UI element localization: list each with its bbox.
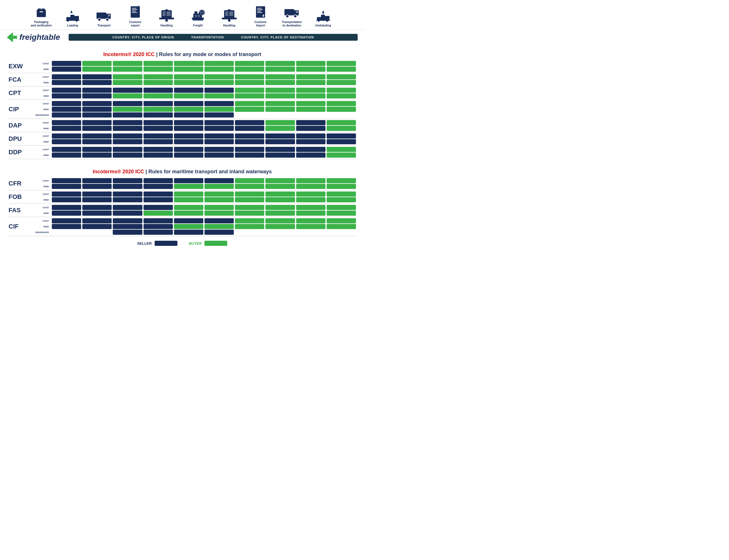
- cell-cfr-r0-c9: [326, 178, 356, 183]
- cell-fca-r0-c0: [52, 74, 81, 79]
- incoterm-code-cpt: CPT: [9, 89, 31, 97]
- cell-cip-r0-c9: [326, 101, 356, 106]
- cell-cpt-r0-c2: [113, 88, 142, 93]
- cell-cip-r0-c8: [296, 101, 325, 106]
- cell-cif-r1-c3: [143, 224, 173, 229]
- cell-exw-r1-c6: [235, 67, 264, 72]
- incoterm-row-dpu: DPUCOSTRISK: [9, 132, 356, 146]
- cell-ddp-r0-c4: [174, 147, 203, 152]
- section2-title-red: Incoterms® 2020 ICC: [93, 169, 144, 174]
- cell-cip-r2-c1: [82, 112, 112, 118]
- svg-rect-6: [74, 16, 79, 20]
- incoterm-row-exw: EXWCOSTRISK: [9, 60, 356, 73]
- cell-cif-r0-c4: [174, 218, 203, 223]
- cell-exw-r0-c9: [326, 61, 356, 66]
- cell-ddp-r1-c3: [143, 153, 173, 158]
- cell-cfr-r1-c7: [265, 184, 295, 189]
- main-content: Incoterms® 2020 ICC | Rules for any mode…: [0, 45, 364, 252]
- cell-dpu-r1-c1: [82, 139, 112, 144]
- svg-marker-29: [164, 9, 169, 10]
- cell-cpt-r1-c0: [52, 93, 81, 98]
- route-transport: TRANSPORTATION: [191, 36, 224, 39]
- cell-fca-r1-c3: [143, 80, 173, 85]
- cells-row-dap-1: [52, 126, 356, 131]
- cell-cip-r2-c6: [235, 112, 264, 118]
- cell-cfr-r1-c0: [52, 184, 81, 189]
- incoterm-row-ddp: DDPCOSTRISK: [9, 146, 356, 159]
- cell-fob-r0-c0: [52, 192, 81, 197]
- section2-title: Incoterms® 2020 ICC | Rules for maritime…: [9, 169, 356, 175]
- cell-cip-r2-c5: [204, 112, 234, 118]
- cell-fas-r1-c3: [143, 211, 173, 216]
- cell-dap-r0-c1: [82, 120, 112, 125]
- svg-rect-11: [96, 13, 106, 19]
- route-bar: COUNTRY, CITY, PLACE OF ORIGIN TRANSPORT…: [69, 34, 358, 41]
- cell-cif-r2-c0: [52, 230, 81, 235]
- cell-cpt-r0-c5: [204, 88, 234, 93]
- row-label-ddp-1: RISK: [31, 154, 51, 157]
- cell-cif-r1-c5: [204, 224, 234, 229]
- cell-cpt-r0-c9: [326, 88, 356, 93]
- cell-fob-r0-c1: [82, 192, 112, 197]
- packaging-icon: [34, 5, 49, 19]
- cells-row-cif-2: [52, 230, 356, 235]
- loading-icon: [65, 9, 80, 22]
- incoterm-stack-dpu: COSTRISK: [31, 133, 356, 144]
- section1-table: EXWCOSTRISKFCACOSTRISKCPTCOSTRISKCIPCOST…: [9, 60, 356, 159]
- svg-rect-51: [257, 12, 262, 13]
- cell-cif-r0-c9: [326, 218, 356, 223]
- cell-dap-r1-c4: [174, 126, 203, 131]
- cell-ddp-r1-c5: [204, 153, 234, 158]
- row-label-cpt-1: RISK: [31, 95, 51, 97]
- incoterm-row-cfr: CFRCOSTRISK: [9, 177, 356, 190]
- cell-cif-r0-c8: [296, 218, 325, 223]
- incoterm-code-fca: FCA: [9, 76, 31, 83]
- svg-point-14: [98, 18, 101, 21]
- cell-fca-r0-c4: [174, 74, 203, 79]
- cost-risk-row-ddp-1: RISK: [31, 153, 356, 158]
- row-label-cif-2: INSURANCE: [31, 231, 51, 234]
- cell-dap-r1-c9: [326, 126, 356, 131]
- cell-cif-r0-c1: [82, 218, 112, 223]
- row-label-dap-0: COST: [31, 122, 51, 124]
- cell-dpu-r0-c0: [52, 133, 81, 139]
- cell-cif-r1-c6: [235, 224, 264, 229]
- cell-cip-r1-c7: [265, 107, 295, 112]
- cell-cpt-r0-c0: [52, 88, 81, 93]
- svg-rect-44: [229, 11, 233, 16]
- incoterm-row-dap: DAPCOSTRISK: [9, 119, 356, 132]
- cell-cif-r2-c1: [82, 230, 112, 235]
- row-label-cip-0: COST: [31, 102, 51, 105]
- cell-ddp-r1-c9: [326, 153, 356, 158]
- cells-row-cip-2: [52, 112, 356, 118]
- icons-header: Packaging and verification Loading: [0, 0, 364, 30]
- cell-cif-r0-c5: [204, 218, 234, 223]
- cell-cif-r2-c6: [235, 230, 264, 235]
- incoterm-code-fas: FAS: [9, 207, 31, 214]
- svg-point-58: [294, 15, 297, 18]
- cell-dap-r1-c8: [296, 126, 325, 131]
- cost-risk-row-cip-1: RISK: [31, 107, 356, 112]
- cost-risk-row-dap-1: RISK: [31, 126, 356, 131]
- cell-fas-r1-c9: [326, 211, 356, 216]
- cost-risk-row-dap-0: COST: [31, 120, 356, 125]
- row-label-exw-0: COST: [31, 62, 51, 65]
- cell-dap-r1-c3: [143, 126, 173, 131]
- cells-row-cpt-1: [52, 93, 356, 98]
- incoterm-row-fob: FOBCOSTRISK: [9, 190, 356, 204]
- cell-ddp-r1-c1: [82, 153, 112, 158]
- icon-customs-import: Customs Import: [245, 5, 276, 27]
- cell-fas-r1-c6: [235, 211, 264, 216]
- cell-ddp-r1-c7: [265, 153, 295, 158]
- cell-fca-r1-c8: [296, 80, 325, 85]
- cells-row-exw-1: [52, 67, 356, 72]
- row-label-ddp-0: COST: [31, 148, 51, 151]
- cell-fob-r0-c6: [235, 192, 264, 197]
- cell-ddp-r1-c6: [235, 153, 264, 158]
- cell-cpt-r1-c5: [204, 93, 234, 98]
- cell-cif-r0-c2: [113, 218, 142, 223]
- cell-fas-r1-c4: [174, 211, 203, 216]
- cell-fas-r1-c2: [113, 211, 142, 216]
- incoterm-code-exw: EXW: [9, 63, 31, 70]
- cell-cif-r0-c3: [143, 218, 173, 223]
